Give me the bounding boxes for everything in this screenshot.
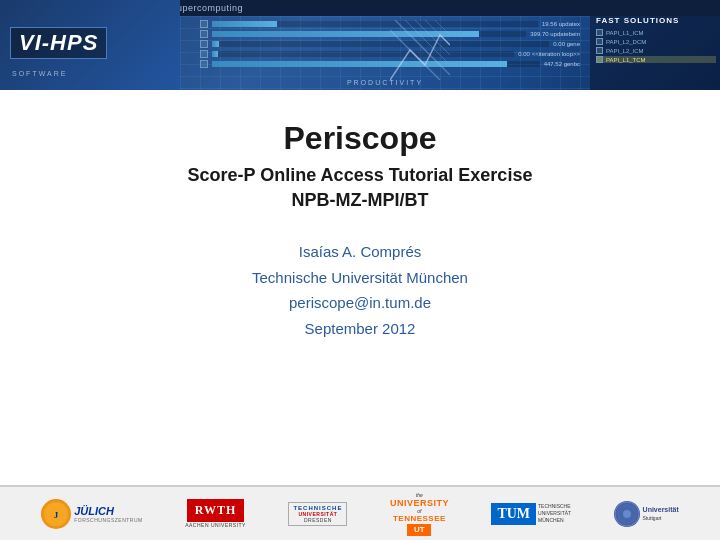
- svg-text:J: J: [54, 510, 59, 520]
- slide-subtitle2: NPB-MZ-MPI/BT: [60, 190, 660, 211]
- slide-subtitle1: Score-P Online Access Tutorial Exercise: [60, 165, 660, 186]
- perf-bar-container-3: [212, 41, 549, 47]
- logo-section: VI-HPS SOFTWARE: [0, 0, 180, 90]
- perf-label-3: 0.00 gene: [553, 41, 580, 47]
- perf-bar-container-1: [212, 21, 538, 27]
- perf-checkbox-4: [200, 50, 208, 58]
- fs-label-3: PAPI_L2_ICM: [606, 48, 644, 54]
- stuttgart-city-text: Stuttgart: [643, 515, 679, 523]
- vihps-logo-text: VI-HPS: [19, 30, 98, 55]
- juelich-main-text: JÜLICH: [74, 505, 114, 517]
- svg-point-10: [623, 510, 631, 518]
- tu-dresden-city: DRESDEN: [304, 517, 332, 523]
- juelich-sub-text: FORSCHUNGSZENTRUM: [74, 517, 143, 523]
- fs-label-2: PAPI_L2_DCM: [606, 39, 646, 45]
- juelich-logo: J JÜLICH FORSCHUNGSZENTRUM: [41, 499, 143, 529]
- fs-item-3: PAPI_L2_ICM: [596, 47, 716, 54]
- svg-line-1: [395, 20, 450, 75]
- fs-label-1: PAPI_L1_ICM: [606, 30, 644, 36]
- author-block: Isaías A. Comprés Technische Universität…: [60, 239, 660, 341]
- tennessee-university: UNIVERSITY: [390, 498, 449, 508]
- tum-universitat: UNIVERSITÄT: [538, 510, 571, 517]
- fast-solutions-title: FAST SOLUTIONS: [596, 16, 716, 25]
- slide-title: Periscope: [60, 120, 660, 157]
- perf-bar-5: [212, 61, 507, 67]
- perf-label-5: 447.52 genbc: [544, 61, 580, 67]
- perf-label-1: 19.56 updatex: [542, 21, 580, 27]
- vihps-box: VI-HPS: [10, 27, 107, 59]
- perf-bar-4: [212, 51, 218, 57]
- stuttgart-circle: [614, 501, 640, 527]
- fs-label-4: PAPI_L1_TCM: [606, 57, 646, 63]
- juelich-text-block: JÜLICH FORSCHUNGSZENTRUM: [74, 505, 143, 523]
- tum-technische: TECHNISCHE: [538, 503, 571, 510]
- footer: J JÜLICH FORSCHUNGSZENTRUM RWTH AACHEN U…: [0, 485, 720, 540]
- tennessee-name: TENNESSEE: [393, 514, 446, 523]
- perf-bar-container-5: [212, 61, 540, 67]
- diag-svg: [390, 20, 450, 80]
- perf-bar-container-2: [212, 31, 526, 37]
- perf-checkbox-3: [200, 40, 208, 48]
- stuttgart-svg: [614, 501, 640, 527]
- fs-item-2: PAPI_L2_DCM: [596, 38, 716, 45]
- tum-text: TECHNISCHE UNIVERSITÄT MÜNCHEN: [538, 503, 571, 524]
- software-label: SOFTWARE: [10, 70, 67, 77]
- perf-label-4: 0.00 <<iteration loop>>: [518, 51, 580, 57]
- tennessee-ut-text: UT: [414, 525, 425, 534]
- perf-checkbox-5: [200, 60, 208, 68]
- perf-bar-1: [212, 21, 277, 27]
- main-content: Periscope Score-P Online Access Tutorial…: [0, 90, 720, 361]
- tum-icon: TUM: [491, 503, 536, 525]
- email-address: periscope@in.tum.de: [60, 290, 660, 316]
- stuttgart-uni-text: Universität: [643, 505, 679, 516]
- rwth-logo: RWTH AACHEN UNIVERSITY: [185, 499, 246, 528]
- fs-checkbox-4: [596, 56, 603, 63]
- juelich-icon: J: [41, 499, 71, 529]
- institution-name: Technische Universität München: [60, 265, 660, 291]
- author-name: Isaías A. Comprés: [60, 239, 660, 265]
- perf-bar-3: [212, 41, 219, 47]
- tum-munchen: MÜNCHEN: [538, 517, 571, 524]
- svg-line-2: [405, 20, 450, 65]
- perf-checkbox-1: [200, 20, 208, 28]
- banner-middle: 19.56 updatex 399.70 updatebein 0.00 gen…: [180, 0, 590, 90]
- productivity-label: PRODUCTIVITY: [347, 79, 423, 86]
- tu-dresden-logo: TECHNISCHE UNIVERSITÄT DRESDEN: [288, 502, 347, 526]
- stuttgart-text: Universität Stuttgart: [643, 505, 679, 523]
- tennessee-ut-box: UT: [407, 524, 431, 536]
- slide-date: September 2012: [60, 316, 660, 342]
- juelich-svg: J: [43, 501, 69, 527]
- fs-checkbox-2: [596, 38, 603, 45]
- perf-checkbox-2: [200, 30, 208, 38]
- stuttgart-logo: Universität Stuttgart: [614, 501, 679, 527]
- rwth-sub: AACHEN UNIVERSITY: [185, 522, 246, 528]
- diag-decoration: [390, 20, 450, 80]
- perf-bar-container-4: [212, 51, 514, 57]
- rwth-text: RWTH: [187, 499, 245, 522]
- fs-checkbox-1: [596, 29, 603, 36]
- fs-checkbox-3: [596, 47, 603, 54]
- tennessee-logo: the UNIVERSITY of TENNESSEE UT: [390, 492, 449, 536]
- fs-item-4: PAPI_L1_TCM: [596, 56, 716, 63]
- header-banner: Virtual Institute — High Productivity Su…: [0, 0, 720, 90]
- fs-item-1: PAPI_L1_ICM: [596, 29, 716, 36]
- perf-label-2: 399.70 updatebein: [530, 31, 580, 37]
- tum-logo: TUM TECHNISCHE UNIVERSITÄT MÜNCHEN: [491, 503, 571, 525]
